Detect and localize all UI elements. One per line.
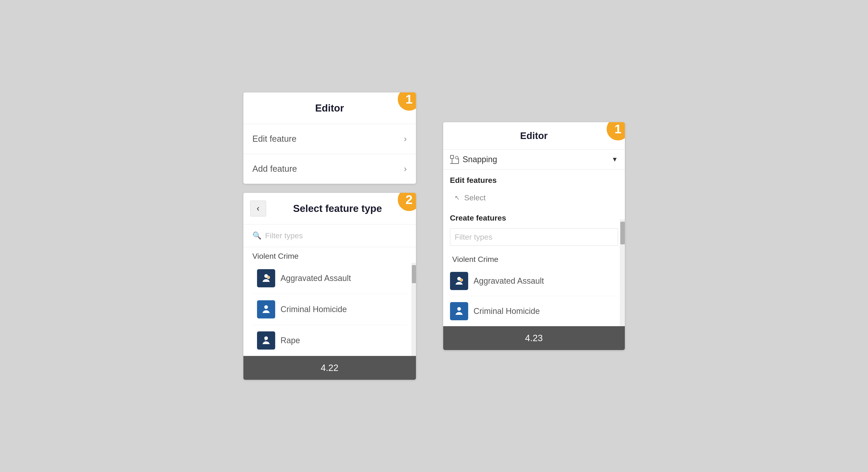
left-panel-wrapper: Editor 1 Edit feature › Add feature › ‹ …: [243, 92, 416, 380]
panel1-header: Editor 1: [243, 92, 416, 124]
panel2-title: Select feature type: [293, 203, 382, 214]
filter-placeholder: Filter types: [265, 231, 303, 240]
list-item[interactable]: Aggravated Assault: [450, 266, 618, 296]
category-label: Violent Crime: [243, 247, 416, 263]
right-panel-content: Edit features ↖ Select Create features F…: [443, 170, 625, 326]
select-label: Select: [464, 193, 486, 202]
search-icon: 🔍: [252, 231, 261, 240]
filter-input-wrapper: 🔍 Filter types: [252, 231, 407, 240]
feature-name-rape: Rape: [281, 336, 300, 345]
right-category-label: Violent Crime: [443, 250, 625, 266]
right-scrollbar-thumb: [620, 222, 625, 244]
svg-point-3: [264, 305, 268, 309]
snapping-left: Snapping: [450, 155, 497, 164]
cursor-icon: ↖: [455, 194, 460, 202]
scrollbar-track[interactable]: [411, 263, 416, 356]
panel2-badge: 2: [398, 193, 416, 211]
right-panel-title: Editor: [520, 130, 548, 141]
right-panel-badge: 1: [607, 122, 625, 140]
right-panel-footer: 4.23: [443, 326, 625, 350]
snapping-bar[interactable]: Snapping ▼: [443, 150, 625, 170]
panel2-header: ‹ Select feature type 2: [243, 193, 416, 225]
feature-list: ✕ Aggravated Assault Criminal Homicide: [243, 263, 416, 356]
edit-features-heading: Edit features: [443, 170, 625, 188]
edit-feature-item[interactable]: Edit feature ›: [243, 124, 416, 154]
right-filter-box[interactable]: Filter types: [450, 228, 618, 246]
rape-icon: ♀: [257, 331, 275, 350]
list-item[interactable]: Criminal Homicide: [450, 296, 618, 326]
right-feature-list: Aggravated Assault Criminal Homicide: [443, 266, 625, 326]
snapping-icon: [450, 155, 459, 164]
list-item[interactable]: ✕ Aggravated Assault: [252, 263, 407, 294]
add-feature-item[interactable]: Add feature ›: [243, 154, 416, 184]
right-feature-assault: Aggravated Assault: [474, 276, 544, 286]
create-features-heading: Create features: [443, 207, 625, 226]
list-item[interactable]: ♀ Rape: [252, 325, 407, 356]
svg-text:✕: ✕: [268, 276, 269, 279]
right-assault-icon: [450, 272, 468, 290]
svg-point-14: [457, 307, 461, 311]
feature-name-assault: Aggravated Assault: [281, 273, 351, 283]
list-item[interactable]: Criminal Homicide: [252, 294, 407, 325]
homicide-icon: [257, 300, 275, 319]
svg-rect-6: [451, 155, 454, 158]
svg-text:♀: ♀: [264, 338, 267, 342]
svg-point-13: [460, 279, 463, 282]
right-feature-homicide: Criminal Homicide: [474, 306, 540, 316]
assault-icon: ✕: [257, 269, 275, 287]
scrollbar-thumb: [412, 265, 416, 283]
select-item[interactable]: ↖ Select: [443, 188, 625, 207]
panel1-title: Editor: [315, 102, 344, 114]
edit-feature-label: Edit feature: [252, 134, 297, 144]
panel2-footer: 4.22: [243, 356, 416, 380]
right-filter-placeholder: Filter types: [455, 233, 493, 241]
right-homicide-icon: [450, 302, 468, 320]
snapping-label: Snapping: [463, 155, 497, 164]
dropdown-arrow-icon[interactable]: ▼: [612, 156, 618, 163]
back-button[interactable]: ‹: [250, 201, 266, 216]
editor-panel-right: Editor 1 Snapping ▼ Edit features ↖ Sele…: [443, 122, 625, 350]
select-feature-panel: ‹ Select feature type 2 🔍 Filter types V…: [243, 193, 416, 380]
add-feature-label: Add feature: [252, 164, 297, 174]
feature-name-homicide: Criminal Homicide: [281, 304, 347, 314]
filter-row: 🔍 Filter types: [243, 225, 416, 247]
editor-panel-1: Editor 1 Edit feature › Add feature ›: [243, 92, 416, 184]
right-panel-header: Editor 1: [443, 122, 625, 150]
add-feature-chevron: ›: [404, 164, 407, 174]
panel1-badge: 1: [398, 92, 416, 111]
edit-feature-chevron: ›: [404, 134, 407, 144]
